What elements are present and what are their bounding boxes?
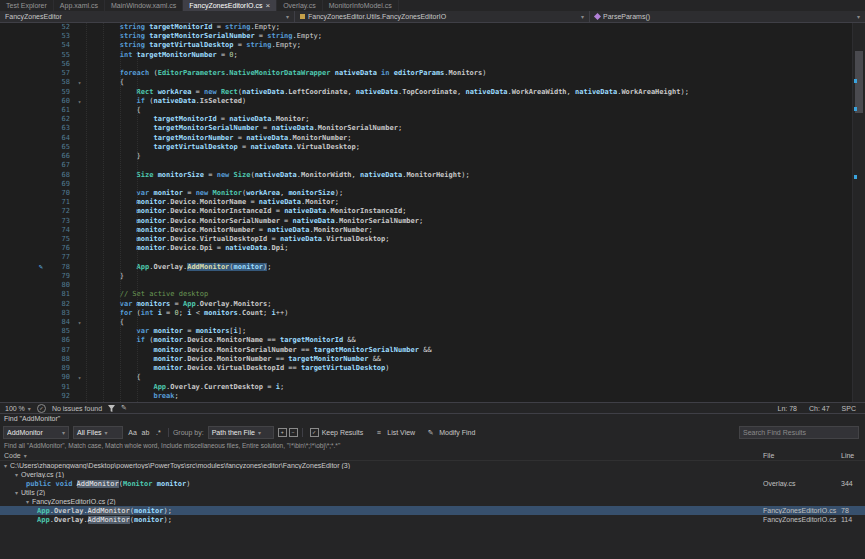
fold-margin[interactable]	[73, 327, 86, 336]
breakpoint-margin[interactable]	[0, 355, 46, 364]
list-view-button[interactable]: ≡ List View	[370, 427, 418, 438]
breakpoint-margin[interactable]	[0, 346, 46, 355]
code-line[interactable]: var monitor = new Monitor(workArea, moni…	[86, 189, 865, 198]
fold-margin[interactable]	[73, 309, 86, 318]
code-line[interactable]: // Set active desktop	[86, 290, 865, 299]
code-line[interactable]	[86, 60, 865, 69]
breakpoint-margin[interactable]	[0, 32, 46, 41]
code-line[interactable]: if (monitor.Device.MonitorName == target…	[86, 336, 865, 345]
file-column-header[interactable]: File	[763, 452, 841, 459]
breakpoint-margin[interactable]	[0, 383, 46, 392]
fold-margin[interactable]	[73, 253, 86, 262]
line-number[interactable]: 79	[46, 272, 73, 281]
breakpoint-margin[interactable]	[0, 364, 46, 373]
breakpoint-margin[interactable]	[0, 336, 46, 345]
line-number[interactable]: 65	[46, 143, 73, 152]
fold-margin[interactable]	[73, 60, 86, 69]
breakpoint-margin[interactable]	[0, 300, 46, 309]
code-line[interactable]: var monitor = monitors[i];	[86, 327, 865, 336]
fold-margin[interactable]	[73, 355, 86, 364]
document-tab[interactable]: MonitorInfoModel.cs	[323, 0, 399, 11]
line-number[interactable]: 62	[46, 115, 73, 124]
line-number[interactable]: 68	[46, 171, 73, 180]
line-number[interactable]: 75	[46, 235, 73, 244]
code-line[interactable]: targetMonitorSerialNumber = nativeData.M…	[86, 124, 865, 133]
match-case-icon[interactable]: Aa	[127, 427, 138, 438]
fold-margin[interactable]	[73, 115, 86, 124]
fold-margin[interactable]	[73, 189, 86, 198]
code-line[interactable]: break;	[86, 392, 865, 401]
find-result-row[interactable]: public void AddMonitor(Monitor monitor)O…	[0, 479, 865, 488]
code-line[interactable]: }	[86, 272, 865, 281]
code-line[interactable]: targetMonitorNumber = nativeData.Monitor…	[86, 134, 865, 143]
breakpoint-margin[interactable]	[0, 189, 46, 198]
line-number[interactable]: 78	[46, 263, 73, 272]
line-number[interactable]: 59	[46, 88, 73, 97]
document-tab[interactable]: FancyZonesEditorIO.cs×	[183, 0, 277, 11]
fold-margin[interactable]	[73, 244, 86, 253]
breakpoint-margin[interactable]	[0, 171, 46, 180]
code-line[interactable]: {	[86, 373, 865, 382]
type-dropdown[interactable]: FancyZonesEditor.Utils.FancyZonesEditorI…	[295, 11, 590, 22]
line-number[interactable]: 60	[46, 97, 73, 106]
breakpoint-margin[interactable]	[0, 253, 46, 262]
use-regex-icon[interactable]: .*	[153, 427, 164, 438]
fold-margin[interactable]	[73, 106, 86, 115]
code-line[interactable]: monitor.Device.VirtualDesktopId == targe…	[86, 364, 865, 373]
fold-margin[interactable]	[73, 171, 86, 180]
line-number[interactable]: 71	[46, 198, 73, 207]
code-line[interactable]: for (int i = 0; i < monitors.Count; i++)	[86, 309, 865, 318]
line-number[interactable]: 72	[46, 207, 73, 216]
spaces-indicator[interactable]: SPC	[842, 405, 856, 412]
edit-icon[interactable]: ✎	[121, 404, 127, 412]
expand-all-icon[interactable]: +	[278, 428, 287, 437]
code-line[interactable]: if (nativeData.IsSelected)	[86, 97, 865, 106]
line-column-header[interactable]: Line	[841, 452, 865, 459]
fold-collapse-icon[interactable]: ▾	[73, 78, 86, 87]
breakpoint-margin[interactable]	[0, 69, 46, 78]
code-line[interactable]	[86, 161, 865, 170]
fold-margin[interactable]	[73, 23, 86, 32]
code-line[interactable]: string targetMonitorId = string.Empty;	[86, 23, 865, 32]
find-result-row[interactable]: App.Overlay.AddMonitor(monitor);FancyZon…	[0, 515, 865, 524]
code-line[interactable]: monitor.Device.MonitorNumber = nativeDat…	[86, 226, 865, 235]
fold-margin[interactable]	[73, 272, 86, 281]
fold-margin[interactable]	[73, 143, 86, 152]
issues-status[interactable]: No issues found	[52, 405, 102, 412]
code-line[interactable]: targetVirtualDesktop = nativeData.Virtua…	[86, 143, 865, 152]
breakpoint-margin[interactable]	[0, 235, 46, 244]
expander-icon[interactable]: ▾	[15, 471, 18, 478]
line-number[interactable]: 84	[46, 318, 73, 327]
code-line[interactable]: targetMonitorId = nativeData.Monitor;	[86, 115, 865, 124]
breakpoint-margin[interactable]	[0, 373, 46, 382]
fold-margin[interactable]	[73, 281, 86, 290]
fold-margin[interactable]	[73, 263, 86, 272]
line-number[interactable]: 55	[46, 51, 73, 60]
fold-margin[interactable]	[73, 161, 86, 170]
fold-margin[interactable]	[73, 134, 86, 143]
code-line[interactable]: var monitors = App.Overlay.Monitors;	[86, 300, 865, 309]
breakpoint-margin[interactable]	[0, 51, 46, 60]
breakpoint-margin[interactable]	[0, 290, 46, 299]
find-result-row[interactable]: ▾C:\Users\zhaopengwang\Desktop\powertoys…	[0, 461, 865, 470]
close-icon[interactable]: ×	[265, 2, 270, 10]
scope-dropdown[interactable]: All Files ▾	[73, 426, 123, 439]
line-number[interactable]: 86	[46, 336, 73, 345]
line-number[interactable]: 89	[46, 364, 73, 373]
line-number[interactable]: 88	[46, 355, 73, 364]
code-line[interactable]: Size monitorSize = new Size(nativeData.M…	[86, 171, 865, 180]
modify-find-button[interactable]: ✎ Modify Find	[422, 427, 478, 438]
fold-margin[interactable]	[73, 235, 86, 244]
code-line[interactable]: {	[86, 106, 865, 115]
fold-margin[interactable]	[73, 300, 86, 309]
code-line[interactable]: App.Overlay.AddMonitor(monitor);	[86, 263, 865, 272]
code-line[interactable]: monitor.Device.MonitorInstanceId = nativ…	[86, 207, 865, 216]
breakpoint-margin[interactable]	[0, 97, 46, 106]
breakpoint-margin[interactable]	[0, 88, 46, 97]
breakpoint-margin[interactable]	[0, 152, 46, 161]
line-number[interactable]: 58	[46, 78, 73, 87]
code-line[interactable]: monitor.Device.MonitorName = nativeData.…	[86, 198, 865, 207]
breakpoint-margin[interactable]	[0, 180, 46, 189]
fold-margin[interactable]	[73, 51, 86, 60]
breakpoint-margin[interactable]	[0, 207, 46, 216]
